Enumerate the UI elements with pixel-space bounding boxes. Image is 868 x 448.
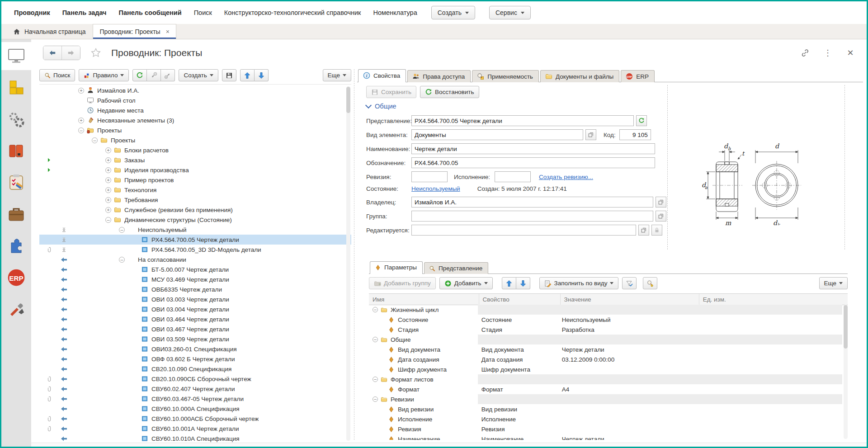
close-icon[interactable]: ✕ <box>846 48 855 57</box>
table-scrollbar[interactable] <box>844 305 848 439</box>
refresh-button[interactable] <box>132 69 147 81</box>
sidebar-gears-icon[interactable] <box>1 105 31 133</box>
designation-field[interactable]: РХ4.564.700.05 <box>411 157 655 168</box>
menu-search[interactable]: Поиск <box>194 9 212 16</box>
sidebar-blocks-icon[interactable] <box>1 74 31 102</box>
tree-expander[interactable]: – <box>119 227 125 233</box>
element-kind-field[interactable]: Документы <box>411 129 583 140</box>
sidebar-erp-icon[interactable]: ERP <box>1 264 31 292</box>
tree-item[interactable]: +Блоки расчетов <box>39 145 351 155</box>
expand-all-button[interactable] <box>161 69 175 81</box>
group-expander[interactable]: – <box>373 307 378 312</box>
owner-field[interactable]: Измайлов И.А. <box>411 197 653 207</box>
tree-item[interactable]: СВ20.10.090СБ Сборочный чертеж <box>39 374 351 384</box>
tree-item[interactable]: ОВИ 03.004 Чертеж детали <box>39 304 351 314</box>
tree-expander[interactable]: + <box>105 167 111 173</box>
param-row[interactable]: Шифр документаШифр документа <box>369 364 842 374</box>
group-expander[interactable]: – <box>373 337 378 342</box>
tree-expander[interactable]: – <box>92 137 98 143</box>
add-button[interactable]: Добавить <box>439 277 493 289</box>
tab-documents-files[interactable]: Документы и файлы <box>540 70 619 82</box>
tree-item[interactable]: РХ4.564.700.05 Чертеж детали <box>39 235 351 245</box>
key-search-button[interactable] <box>643 277 657 289</box>
tree-item[interactable]: +Служебное (ревизии без применения) <box>39 205 351 215</box>
section-general[interactable]: Общие <box>366 103 863 110</box>
tree-expander[interactable]: + <box>105 207 111 213</box>
tree-expander[interactable]: + <box>105 157 111 163</box>
more-button[interactable]: Еще <box>323 69 351 81</box>
sidebar-checklist-icon[interactable] <box>1 169 31 197</box>
sidebar-desktop-icon[interactable] <box>1 42 31 70</box>
sidebar-tools-icon[interactable] <box>1 295 31 323</box>
tree-expander[interactable]: + <box>105 147 111 153</box>
lock-button[interactable] <box>651 225 662 236</box>
tree-item[interactable]: ОВБ6335 Чертеж детали <box>39 284 351 294</box>
tree-item[interactable]: СВ20.10.090 Спецификация <box>39 364 351 374</box>
move-down-button[interactable] <box>255 69 269 81</box>
collapse-all-button[interactable] <box>147 69 161 81</box>
move-up-button[interactable] <box>240 69 255 81</box>
tree-item[interactable]: БТ-5.00.007 Чертеж детали <box>39 264 351 274</box>
column-header-property[interactable]: Свойство <box>479 294 561 305</box>
save-button[interactable]: Сохранить <box>366 86 416 98</box>
tree-item[interactable]: СВУ60.03.467-05 Чертеж детали <box>39 394 351 404</box>
tree-item[interactable]: СВУ60.10.010А Спецификация <box>39 434 351 443</box>
state-link[interactable]: Неиспользуемый <box>411 185 460 192</box>
param-row[interactable]: РевизияРевизия <box>369 424 842 434</box>
variant-field[interactable] <box>495 171 531 182</box>
tree-item[interactable]: +Изделия производства <box>39 165 351 175</box>
menu-explorer[interactable]: Проводник <box>14 9 50 16</box>
back-button[interactable] <box>43 46 61 60</box>
menu-create-button[interactable]: Создать <box>431 6 475 19</box>
param-up-button[interactable] <box>502 277 516 289</box>
tree-item[interactable]: РХ4.564.700.05_3D 3D-Модель детали <box>39 245 351 255</box>
tree-expander[interactable]: + <box>78 88 84 94</box>
form-splitter-right[interactable] <box>844 85 845 250</box>
menu-task-panel[interactable]: Панель задач <box>62 9 107 16</box>
scrollbar-thumb[interactable] <box>346 87 350 113</box>
tree-expander[interactable]: + <box>105 177 111 183</box>
tree-item[interactable]: Недавние места <box>39 105 351 115</box>
tree-item[interactable]: –Динамические структуры (Состояние) <box>39 215 351 225</box>
param-row[interactable]: СтадияСтадияРазработка <box>369 325 842 335</box>
tree-item[interactable]: ОВИ 03.464 Чертеж детали <box>39 314 351 324</box>
tree-item[interactable]: +Измайлов И.А. <box>39 85 351 95</box>
tree-item[interactable]: ОВИ 03.509 Чертеж детали <box>39 334 351 344</box>
favorite-star-icon[interactable] <box>90 47 101 58</box>
owner-open-button[interactable] <box>656 197 666 207</box>
group-field[interactable] <box>411 211 653 222</box>
tree-item[interactable]: ОВИ03.260-01 Спецификация <box>39 344 351 354</box>
menu-service-button[interactable]: Сервис <box>489 6 531 19</box>
param-row[interactable]: СостояниеСостояниеНеиспользуемый <box>369 315 842 325</box>
scrollbar-thumb[interactable] <box>844 305 848 349</box>
tab-usage[interactable]: Применяемость <box>472 70 539 82</box>
restore-button[interactable]: Восстановить <box>420 86 479 98</box>
tree-item[interactable]: –Проекты <box>39 125 351 135</box>
element-kind-open-button[interactable] <box>585 129 596 140</box>
tree-expander[interactable]: + <box>105 187 111 193</box>
tree-item[interactable]: СВУ60.10.000АСБ Сборочный чертеж <box>39 414 351 424</box>
column-header-unit[interactable]: Ед. изм. <box>699 294 848 305</box>
tree-item[interactable]: +Пример проектов <box>39 175 351 185</box>
param-row[interactable]: ФорматФорматА4 <box>369 384 842 394</box>
add-group-button[interactable]: Добавить группу <box>369 277 436 289</box>
create-revision-link[interactable]: Создать ревизию... <box>539 174 593 180</box>
param-group-row[interactable]: –Формат листов <box>369 374 842 384</box>
tab-parameters[interactable]: Параметры <box>370 261 423 274</box>
save-list-button[interactable] <box>222 69 236 81</box>
search-button[interactable]: Поиск <box>39 69 75 81</box>
create-button[interactable]: Создать <box>179 69 218 81</box>
param-row[interactable]: Дата созданияДата создания03.12.2009 0:0… <box>369 354 842 364</box>
sidebar-binders-icon[interactable] <box>1 137 31 165</box>
filter-button[interactable] <box>622 277 637 289</box>
tree-item[interactable]: +Технология <box>39 185 351 195</box>
tree-item[interactable]: СВУ60.02.407 Чертеж детали <box>39 384 351 394</box>
rule-button[interactable]: Правило <box>79 69 129 81</box>
param-row[interactable]: НаименованиеНаименованиеЧертеж детали <box>369 434 842 440</box>
menu-ctr-reference[interactable]: Конструкторско-технологический справочни… <box>224 9 361 16</box>
column-header-value[interactable]: Значение <box>561 294 699 305</box>
tab-home[interactable]: Начальная страница <box>6 24 93 39</box>
tree-item[interactable]: ОВИ 03.467 Чертеж детали <box>39 324 351 334</box>
tree-item[interactable]: –Неиспользуемый <box>39 225 351 235</box>
tree-expander[interactable]: + <box>78 118 84 123</box>
